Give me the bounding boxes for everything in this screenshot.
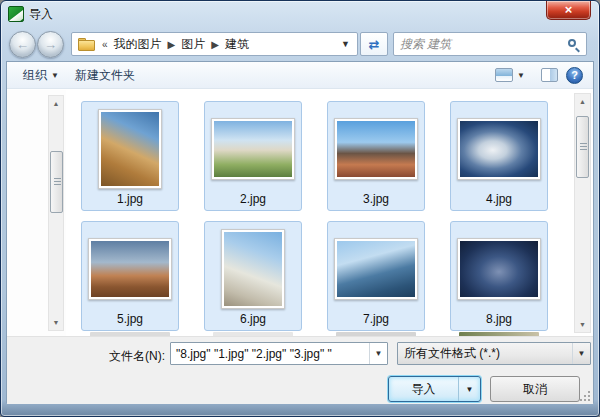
thumbnail [457,118,541,180]
navigation-pane: ▲ ▼ [7,90,66,336]
cancel-button[interactable]: 取消 [490,376,580,402]
breadcrumb[interactable]: « 我的图片 ▶ 图片 ▶ 建筑 ▼ [71,32,358,56]
thumbnail [88,238,172,300]
scroll-down-icon[interactable]: ▼ [575,317,590,332]
views-button[interactable]: ▼ [487,64,533,86]
window-title: 导入 [29,6,53,23]
file-label: 7.jpg [363,312,389,326]
filetype-combobox[interactable]: 所有文件格式 (*.*) ▼ [397,342,591,365]
file-item[interactable]: 2.jpg [204,101,302,211]
dialog-footer: 文件名(N): "8.jpg" "1.jpg" "2.jpg" "3.jpg" … [7,336,593,404]
file-label: 2.jpg [240,192,266,206]
organize-button[interactable]: 组织 ▼ [15,63,67,88]
search-input[interactable]: 搜索 建筑 [393,32,587,56]
chevron-down-icon: ▼ [517,71,525,80]
breadcrumb-separator-icon[interactable]: ▶ [166,39,178,50]
refresh-icon: ⇄ [369,37,380,52]
chevron-down-icon[interactable]: ▼ [572,343,590,364]
breadcrumb-overflow-chevron[interactable]: « [100,39,110,50]
thumbnail [334,118,418,180]
import-split-arrow[interactable]: ▼ [458,377,480,401]
chevron-down-icon[interactable]: ▼ [369,343,387,364]
file-label: 8.jpg [486,312,512,326]
thumbnail [221,229,285,309]
thumbnail [211,118,295,180]
thumbnail [457,238,541,300]
title-bar: 导入 × [1,1,599,27]
scroll-up-icon[interactable]: ▲ [49,96,63,111]
breadcrumb-dropdown-icon[interactable]: ▼ [338,39,353,49]
file-item[interactable]: 3.jpg [327,101,425,211]
new-folder-label: 新建文件夹 [75,67,135,84]
close-button[interactable]: × [546,1,591,20]
navigation-pane-scrollbar[interactable]: ▲ ▼ [48,95,64,331]
breadcrumb-item-buildings[interactable]: 建筑 [221,36,253,53]
dialog-client-area: 组织 ▼ 新建文件夹 ▼ ? ▲ ▼ [6,61,594,403]
import-button[interactable]: 导入 ▼ [388,376,481,402]
back-icon: ← [16,37,29,52]
file-item[interactable]: 1.jpg [81,101,179,211]
command-toolbar: 组织 ▼ 新建文件夹 ▼ ? [7,62,593,89]
file-list: 1.jpg 2.jpg 3.jpg 4.jpg 5.jpg [66,90,576,336]
scroll-up-icon[interactable]: ▲ [575,94,590,109]
file-item[interactable]: 8.jpg [450,221,548,331]
resize-grip[interactable] [579,390,591,402]
scrollbar-thumb[interactable] [50,151,63,213]
app-icon [8,6,24,22]
cancel-label: 取消 [523,381,547,398]
toolbar-right-group: ▼ ? [479,64,583,86]
scrollbar-thumb[interactable] [576,116,589,178]
forward-button[interactable]: → [37,31,64,58]
file-list-area: ▲ ▼ 1.jpg 2.jpg 3.jpg [7,90,593,336]
refresh-button[interactable]: ⇄ [360,32,388,56]
import-label: 导入 [389,381,458,398]
import-dialog-window: 导入 × ← → « 我的图片 ▶ 图片 ▶ 建筑 ▼ ⇄ 搜索 建筑 组织 ▼ [0,0,600,417]
organize-label: 组织 [23,67,47,84]
file-label: 4.jpg [486,192,512,206]
views-icon [495,68,513,82]
search-icon [567,38,580,51]
thumbnail [98,109,162,189]
breadcrumb-item-pictures[interactable]: 图片 [177,36,209,53]
filename-value: "8.jpg" "1.jpg" "2.jpg" "3.jpg" " [171,347,369,361]
folder-icon [78,38,95,51]
close-icon: × [565,2,573,17]
file-label: 5.jpg [117,312,143,326]
file-label: 3.jpg [363,192,389,206]
file-label: 6.jpg [240,312,266,326]
preview-pane-button[interactable] [541,68,558,82]
back-button[interactable]: ← [9,31,36,58]
filename-combobox[interactable]: "8.jpg" "1.jpg" "2.jpg" "3.jpg" " ▼ [170,342,388,365]
breadcrumb-separator-icon[interactable]: ▶ [209,39,221,50]
new-folder-button[interactable]: 新建文件夹 [67,63,143,88]
file-item[interactable]: 4.jpg [450,101,548,211]
file-item[interactable]: 5.jpg [81,221,179,331]
forward-icon: → [44,37,57,52]
breadcrumb-item-my-pictures[interactable]: 我的图片 [110,36,166,53]
file-item[interactable]: 6.jpg [204,221,302,331]
file-label: 1.jpg [117,192,143,206]
file-item[interactable]: 7.jpg [327,221,425,331]
help-button[interactable]: ? [566,67,583,84]
thumbnail [334,238,418,300]
file-list-scrollbar[interactable]: ▲ ▼ [574,93,591,333]
scroll-down-icon[interactable]: ▼ [49,315,63,330]
chevron-down-icon: ▼ [51,71,59,80]
filetype-value: 所有文件格式 (*.*) [398,345,572,362]
search-placeholder: 搜索 建筑 [400,36,567,53]
filename-label: 文件名(N): [7,348,165,365]
